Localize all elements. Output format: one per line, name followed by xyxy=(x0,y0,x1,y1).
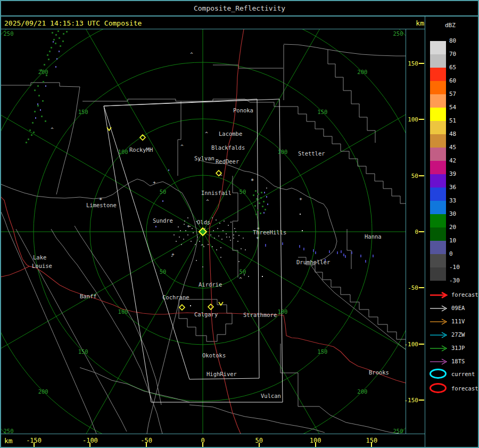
clutter-dot xyxy=(228,225,229,226)
echo-dot-green xyxy=(49,51,51,52)
city-label: Lacombe xyxy=(219,131,242,137)
echo-dot-green xyxy=(33,132,35,133)
city-label: Lake xyxy=(33,254,46,260)
echo-dot-green xyxy=(260,197,262,199)
map-shape xyxy=(284,44,406,56)
map-shape xyxy=(298,406,399,434)
range-ring-value-label: 250 xyxy=(4,30,14,37)
clutter-dot xyxy=(184,221,185,222)
dbz-color-block xyxy=(430,94,446,108)
clutter-dot xyxy=(216,249,217,250)
city-label: Innisfail xyxy=(201,190,232,196)
echo-dot-green xyxy=(259,202,260,204)
clutter-dot xyxy=(233,238,234,239)
clutter-dot xyxy=(176,241,177,242)
echo-dot-blue xyxy=(315,251,316,254)
echo-dot-blue xyxy=(343,254,344,256)
map-shape xyxy=(280,344,298,406)
echo-dot-green xyxy=(26,142,27,143)
town-symbol-icon: ^ xyxy=(206,199,209,204)
bottom-axis-tick xyxy=(89,443,90,447)
radial-spoke xyxy=(203,232,454,377)
right-axis-tick xyxy=(419,175,424,176)
right-axis-tick-label: 100 xyxy=(404,116,418,123)
echo-dot-green xyxy=(63,33,64,35)
echo-dot-purple xyxy=(35,117,36,119)
range-ring-value-label: 250 xyxy=(4,428,14,434)
range-ring-value-label: 150 xyxy=(78,109,88,115)
town-symbol-icon: + xyxy=(187,223,190,229)
town-symbol-icon: + xyxy=(299,196,302,201)
legend-arrow-label: 09EA xyxy=(451,305,465,311)
right-axis-tick xyxy=(419,287,424,288)
legend-arrow-row xyxy=(429,291,450,301)
clutter-dot xyxy=(238,235,240,236)
dbz-color-block xyxy=(430,214,446,227)
city-label: Okotoks xyxy=(202,352,226,359)
clutter-dot xyxy=(195,244,196,245)
legend-arrow-label: 31JP xyxy=(451,345,465,351)
dbz-scale-label: 10 xyxy=(449,238,470,244)
right-axis-tick xyxy=(419,119,424,120)
clutter-dot xyxy=(192,228,193,229)
dbz-scale-label: -10 xyxy=(449,264,470,271)
clutter-dot xyxy=(245,249,246,250)
legend-ellipse-label: current xyxy=(451,371,475,377)
city-label: Sylvan xyxy=(194,155,214,161)
map-shape xyxy=(233,176,238,278)
town-symbol-icon: + xyxy=(171,251,175,257)
radar-site-diamond-icon xyxy=(208,304,213,309)
echo-dot-blue xyxy=(365,260,366,263)
echo-dot-green xyxy=(44,64,45,66)
clutter-dot xyxy=(179,237,180,238)
echo-dot-blue xyxy=(329,250,330,253)
right-axis-tick xyxy=(419,231,424,232)
town-symbol-icon: ^ xyxy=(180,144,184,149)
bottom-axis-tick xyxy=(259,443,260,447)
echo-dot-blue xyxy=(299,245,300,248)
dbz-scale-label: 36 xyxy=(449,184,470,191)
echo-dot-green xyxy=(37,105,39,107)
dbz-scale-label: -30 xyxy=(449,278,470,284)
echo-dot-green xyxy=(262,206,263,207)
town-symbol-icon: ^ xyxy=(205,131,208,136)
storm-track-arrow-icon xyxy=(429,358,450,365)
site-markers: ^^^^^^^^++++++** xyxy=(51,52,303,310)
right-axis-tick xyxy=(419,400,424,401)
range-ring-value-label: 200 xyxy=(357,388,367,395)
right-axis-tick-label: 50 xyxy=(404,173,418,180)
radar-sector-outline xyxy=(104,99,259,379)
storm-track-arrow-icon xyxy=(429,291,450,299)
dbz-color-block xyxy=(430,108,446,121)
dbz-scale-label: 48 xyxy=(449,131,470,137)
town-symbol-icon: ^ xyxy=(201,243,204,249)
dbz-scale-label: 80 xyxy=(449,38,470,44)
echo-dot-purple xyxy=(45,85,46,87)
echo-dot-green xyxy=(55,34,57,36)
echo-dot-green xyxy=(28,139,29,140)
clutter-dot xyxy=(217,228,218,229)
clutter-dot xyxy=(243,238,244,239)
dbz-color-block xyxy=(430,161,446,174)
range-ring-value-label: 50 xyxy=(240,268,246,275)
city-label: Brooks xyxy=(369,369,389,376)
dbz-scale-label: 70 xyxy=(449,51,470,58)
town-dot-icon xyxy=(302,230,303,231)
legend-arrow-row xyxy=(429,304,450,314)
dbz-color-block xyxy=(430,227,446,241)
dbz-color-block xyxy=(430,267,446,281)
storm-track-arrow-icon xyxy=(429,331,450,339)
city-label: Drumheller xyxy=(296,259,330,265)
echo-dot-green xyxy=(255,190,257,192)
city-label: Limestone xyxy=(86,202,117,208)
echo-dot-green xyxy=(47,54,48,56)
city-label: Vulcan xyxy=(261,393,281,399)
echo-dot-green xyxy=(265,209,266,210)
echo-dot-purple xyxy=(267,203,268,205)
town-dot-icon xyxy=(262,276,263,277)
town-symbol-icon: * xyxy=(251,177,254,184)
radar-site-diamond-icon xyxy=(179,305,185,310)
clutter-dot xyxy=(210,234,211,235)
dbz-color-block xyxy=(430,121,446,134)
clutter-dot xyxy=(226,237,227,238)
